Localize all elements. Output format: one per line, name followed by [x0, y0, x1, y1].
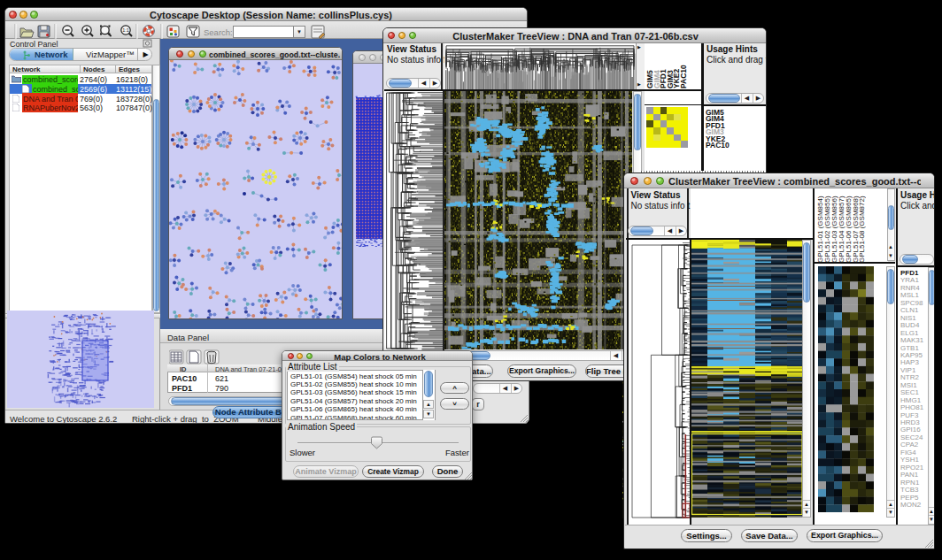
svg-text:Search:: Search: [204, 27, 233, 37]
svg-text:1:1: 1:1 [122, 27, 129, 33]
